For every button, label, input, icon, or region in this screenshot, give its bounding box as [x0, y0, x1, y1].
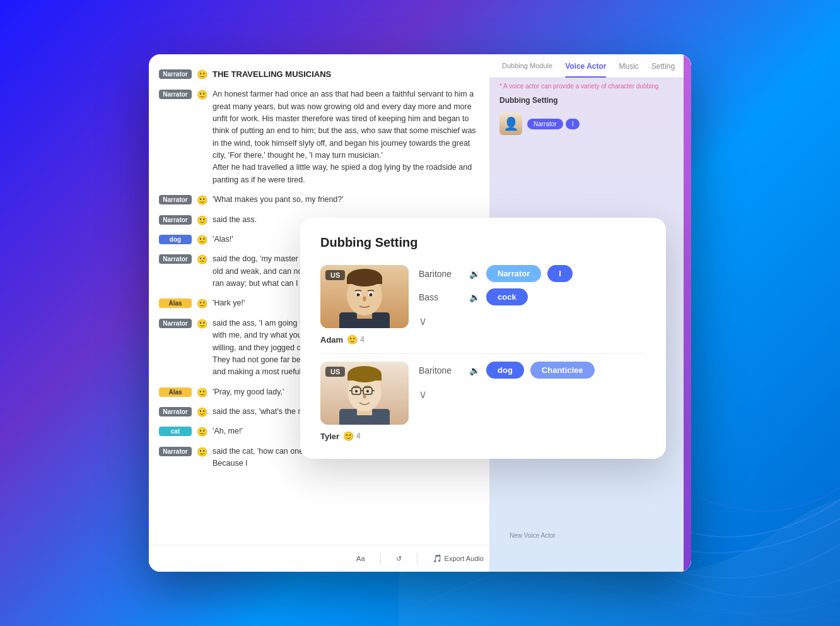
adam-baritone-row: Baritone 🔉 Narrator I — [419, 265, 646, 282]
tab-setting[interactable]: Setting — [651, 62, 675, 77]
script-row: Narrator🙂THE TRAVELLING MUSICIANS — [149, 64, 489, 85]
tyler-photo-wrap: US — [320, 362, 409, 425]
actor-row-mini-1: 👤 Narrator I — [489, 109, 691, 139]
dubbing-setting-label: Dubbing Setting — [489, 92, 691, 109]
svg-rect-6 — [347, 278, 382, 284]
script-emoji: 🙂 — [197, 195, 207, 205]
svg-rect-17 — [347, 374, 382, 381]
script-tag: cat — [159, 427, 192, 436]
new-voice-actor-label: New Voice Actor — [499, 529, 566, 540]
tyler-name: Tyler — [320, 432, 339, 441]
script-emoji: 🙂 — [197, 407, 207, 417]
adam-emoji: 🙂 — [347, 334, 358, 345]
script-text: 'Alas!' — [213, 233, 233, 245]
adam-voice-type-1: Baritone — [419, 269, 463, 279]
tyler-info: Baritone 🔉 dog Chanticlee ∨ — [419, 362, 646, 401]
script-tag: Narrator — [159, 254, 192, 264]
script-tag: Alas — [159, 387, 192, 397]
svg-point-24 — [366, 390, 369, 393]
actor-divider — [320, 353, 646, 354]
adam-voice-type-2: Bass — [419, 292, 463, 302]
tyler-expand-btn[interactable]: ∨ — [419, 387, 427, 401]
tyler-char-count: 4 — [356, 432, 361, 440]
bottom-toolbar: Aa ↺ 🎵 Export Audio › — [149, 545, 489, 572]
narrator-pill[interactable]: Narrator — [527, 119, 563, 129]
adam-info: Baritone 🔉 Narrator I Bass 🔉 cock ∨ — [419, 265, 646, 328]
adam-expand-btn[interactable]: ∨ — [419, 314, 427, 328]
narrator-char-btn[interactable]: Narrator — [486, 265, 541, 282]
refresh-button[interactable]: ↺ — [391, 552, 407, 565]
script-emoji: 🙂 — [197, 298, 207, 309]
actor-card-tyler: US Baritone 🔉 dog Chanticlee ∨ — [320, 362, 646, 425]
tab-music[interactable]: Music — [619, 62, 638, 77]
tab-voice-actor[interactable]: Voice Actor — [565, 62, 606, 77]
actor-mini-controls: Narrator I — [527, 119, 580, 129]
script-row: Narrator🙂An honest farmer had once an as… — [149, 85, 489, 190]
script-emoji: 🙂 — [197, 215, 207, 225]
tyler-region-tag: US — [325, 367, 345, 377]
adam-bass-row: Bass 🔉 cock — [419, 288, 646, 305]
dubbing-setting-modal: Dubbing Setting — [300, 218, 666, 459]
tab-dubbing-module[interactable]: Dubbing Module — [502, 62, 552, 77]
tyler-emoji: 🙂 — [343, 431, 354, 441]
script-tag: Narrator — [159, 69, 192, 79]
svg-point-23 — [355, 390, 358, 393]
svg-point-9 — [357, 293, 360, 297]
script-emoji: 🙂 — [197, 319, 207, 329]
dog-char-btn[interactable]: dog — [486, 362, 524, 379]
tyler-sound-icon-1: 🔉 — [469, 365, 480, 375]
script-emoji: 🙂 — [197, 427, 207, 437]
script-emoji: 🙂 — [197, 90, 207, 100]
script-tag: Narrator — [159, 195, 192, 204]
script-tag: Alas — [159, 298, 192, 308]
adam-region-tag: US — [325, 270, 345, 280]
script-tag: Narrator — [159, 407, 192, 416]
adam-char-count: 4 — [360, 335, 365, 344]
right-gradient-accent — [684, 54, 691, 572]
script-text: 'Pray, my good lady,' — [213, 386, 284, 398]
script-emoji: 🙂 — [197, 387, 207, 398]
script-tag: Narrator — [159, 447, 192, 456]
script-emoji: 🙁 — [197, 254, 207, 264]
toolbar-separator-1 — [380, 553, 381, 564]
tyler-voice-type-1: Baritone — [419, 365, 463, 375]
export-icon: 🎵 — [433, 554, 442, 563]
actor-card-adam: US Baritone 🔉 Narrator I Bass 🔉 cock — [320, 265, 646, 328]
script-tag: Narrator — [159, 90, 192, 99]
script-text: 'Hark ye!' — [213, 297, 245, 309]
script-row: Narrator🙂'What makes you pant so, my fri… — [149, 190, 489, 210]
script-text: An honest farmer had once an ass that ha… — [213, 88, 479, 186]
export-audio-button[interactable]: 🎵 Export Audio — [428, 552, 489, 565]
script-text: said the ass. — [213, 214, 257, 226]
script-emoji: 🙂 — [197, 447, 207, 457]
script-text: 'Ah, me!' — [213, 425, 243, 437]
script-emoji: 🙂 — [197, 69, 207, 80]
script-text: 'What makes you pant so, my friend?' — [213, 194, 344, 206]
actor-mini-photo-1: 👤 — [499, 112, 522, 135]
I-char-btn[interactable]: I — [547, 265, 573, 282]
chanticlee-char-btn[interactable]: Chanticlee — [530, 362, 595, 379]
adam-photo-wrap: US — [320, 265, 409, 328]
adam-name: Adam — [320, 335, 343, 345]
app-window: Narrator🙂THE TRAVELLING MUSICIANSNarrato… — [149, 54, 691, 572]
tabs-bar: Dubbing Module Voice Actor Music Setting — [489, 54, 691, 78]
voice-actor-desc: * A voice actor can provide a variety of… — [489, 78, 691, 92]
script-tag: Narrator — [159, 215, 192, 225]
tyler-baritone-row: Baritone 🔉 dog Chanticlee — [419, 362, 646, 379]
script-text: THE TRAVELLING MUSICIANS — [213, 68, 331, 81]
adam-sound-icon-2: 🔉 — [469, 292, 480, 302]
script-tag: dog — [159, 235, 192, 244]
cock-char-btn[interactable]: cock — [486, 288, 528, 305]
I-pill[interactable]: I — [566, 119, 580, 129]
script-emoji: 🙂 — [197, 235, 207, 245]
font-button[interactable]: Aa — [351, 552, 370, 565]
adam-sound-icon-1: 🔉 — [469, 269, 480, 279]
toolbar-separator-2 — [417, 553, 417, 564]
svg-point-10 — [370, 293, 373, 297]
modal-title: Dubbing Setting — [320, 235, 646, 250]
script-tag: Narrator — [159, 319, 192, 328]
